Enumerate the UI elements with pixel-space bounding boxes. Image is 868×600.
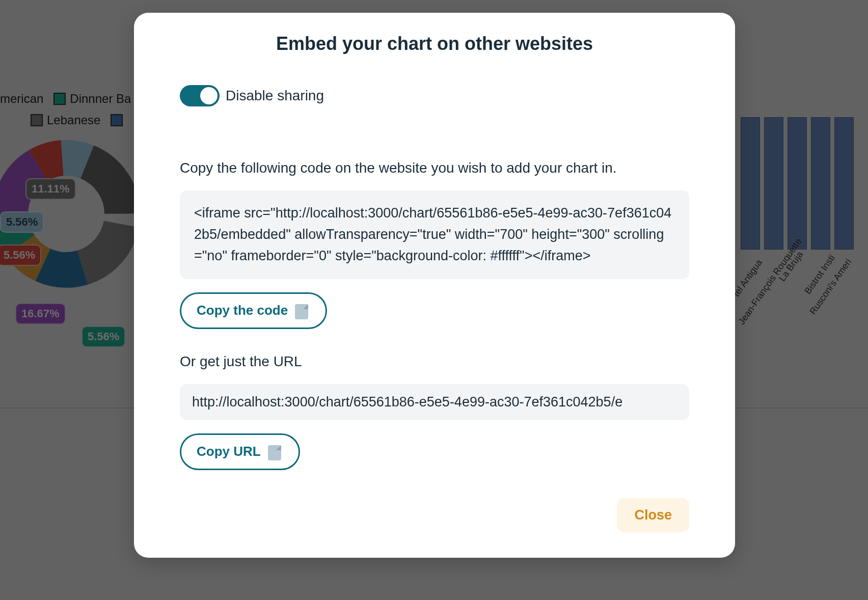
disable-sharing-row: Disable sharing (180, 85, 689, 106)
copy-code-label: Copy the code (197, 303, 288, 318)
code-instruction-text: Copy the following code on the website y… (180, 160, 689, 176)
toggle-label: Disable sharing (226, 88, 324, 104)
url-instruction-text: Or get just the URL (180, 353, 689, 370)
embed-modal: Embed your chart on other websites Disab… (134, 13, 735, 558)
modal-footer: Close (180, 498, 689, 532)
close-button[interactable]: Close (617, 498, 689, 532)
paste-icon (295, 302, 310, 319)
toggle-knob (200, 87, 218, 104)
embed-url-block[interactable]: http://localhost:3000/chart/65561b86-e5e… (180, 384, 689, 420)
copy-code-button[interactable]: Copy the code (180, 292, 327, 329)
copy-url-button[interactable]: Copy URL (180, 433, 300, 470)
embed-code-block[interactable]: <iframe src="http://localhost:3000/chart… (180, 190, 689, 279)
modal-title: Embed your chart on other websites (180, 33, 689, 54)
copy-url-label: Copy URL (197, 444, 261, 459)
disable-sharing-toggle[interactable] (180, 85, 220, 106)
paste-icon (268, 443, 283, 460)
